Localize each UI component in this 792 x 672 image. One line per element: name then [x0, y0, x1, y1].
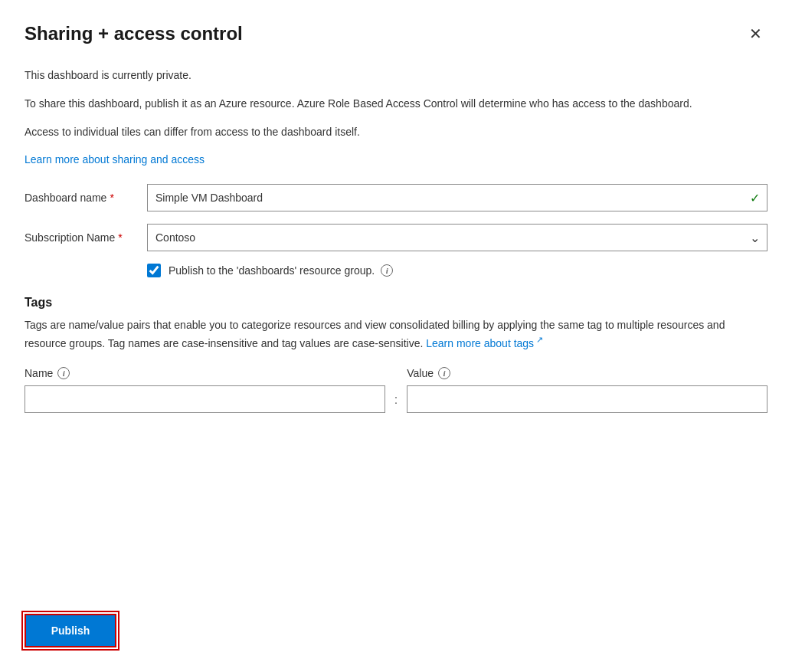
subscription-dropdown[interactable]: Contoso: [147, 224, 767, 251]
tags-value-header: Value i: [407, 367, 767, 379]
publish-checkbox-label[interactable]: Publish to the 'dashboards' resource gro…: [169, 264, 393, 277]
tags-name-input[interactable]: [25, 385, 385, 413]
tags-heading: Tags: [25, 296, 767, 310]
tags-value-input[interactable]: [407, 385, 767, 413]
private-notice-text: This dashboard is currently private.: [25, 67, 767, 84]
info-block: This dashboard is currently private.: [25, 67, 767, 84]
dashboard-name-row: Dashboard name * ✓: [25, 184, 767, 211]
checkbox-info-icon[interactable]: i: [381, 264, 393, 277]
dashboard-name-input-wrapper: ✓: [147, 184, 767, 211]
dialog-footer: Publish: [25, 602, 767, 647]
subscription-name-row: Subscription Name * Contoso ⌄: [25, 224, 767, 251]
close-button[interactable]: ✕: [743, 21, 767, 46]
tags-separator: :: [385, 393, 407, 413]
publish-button[interactable]: Publish: [25, 614, 116, 647]
tags-description: Tags are name/value pairs that enable yo…: [25, 317, 767, 352]
tags-section: Tags Tags are name/value pairs that enab…: [25, 296, 767, 413]
value-info-icon[interactable]: i: [438, 367, 450, 379]
subscription-name-label: Subscription Name *: [25, 231, 147, 244]
dialog-body: This dashboard is currently private. To …: [25, 67, 767, 577]
tiles-notice-block: Access to individual tiles can differ fr…: [25, 124, 767, 140]
sharing-access-dialog: Sharing + access control ✕ This dashboar…: [0, 0, 792, 672]
external-link-icon: ↗: [534, 335, 543, 344]
tags-learn-more-link[interactable]: Learn more about tags ↗: [426, 337, 543, 349]
tags-inputs-row: Name i : Value i: [25, 367, 767, 413]
tags-name-header: Name i: [25, 367, 385, 379]
publish-checkbox-row: Publish to the 'dashboards' resource gro…: [147, 264, 767, 277]
required-star: *: [110, 192, 113, 204]
dialog-title: Sharing + access control: [25, 21, 243, 45]
learn-more-sharing-link[interactable]: Learn more about sharing and access: [25, 153, 205, 166]
share-description-text: To share this dashboard, publish it as a…: [25, 96, 767, 112]
tags-value-col: Value i: [407, 367, 767, 413]
publish-checkbox[interactable]: [147, 264, 161, 277]
valid-checkmark-icon: ✓: [750, 191, 760, 205]
dashboard-name-input[interactable]: [147, 184, 767, 211]
share-description-block: To share this dashboard, publish it as a…: [25, 96, 767, 112]
dashboard-name-label: Dashboard name *: [25, 192, 147, 204]
tags-name-col: Name i: [25, 367, 385, 413]
form-section: Dashboard name * ✓ Subscription Name * C…: [25, 184, 767, 277]
tiles-notice-text: Access to individual tiles can differ fr…: [25, 124, 767, 140]
name-info-icon[interactable]: i: [57, 367, 70, 379]
dialog-header: Sharing + access control ✕: [25, 21, 767, 46]
subscription-dropdown-wrapper: Contoso ⌄: [147, 224, 767, 251]
required-star-subscription: *: [118, 231, 122, 244]
